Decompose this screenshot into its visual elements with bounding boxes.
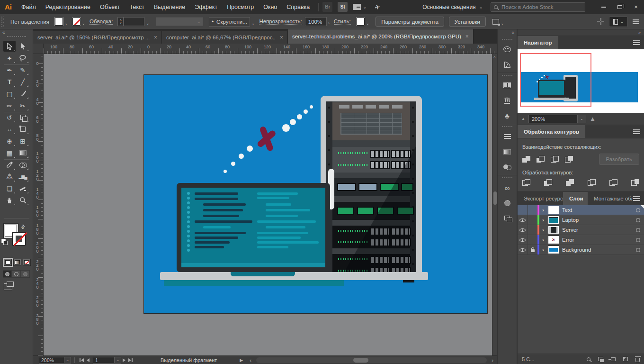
first-artboard-button[interactable] (80, 358, 84, 362)
horizontal-scrollbar[interactable] (256, 357, 487, 363)
lock-toggle[interactable] (528, 245, 537, 255)
zoom-dropdown-icon[interactable]: ⌄ (64, 357, 71, 364)
opacity-label[interactable]: Непрозрачность: (259, 18, 302, 25)
zoom-out-icon[interactable]: ▲ (521, 117, 525, 121)
swap-fill-stroke-icon[interactable]: ⇄ (19, 223, 27, 231)
layer-thumbnail[interactable] (548, 226, 559, 234)
collapse-dock-icon[interactable]: « (511, 30, 514, 35)
tool-symbol-sprayer[interactable]: ⁂ (3, 171, 16, 182)
next-artboard-button[interactable] (123, 358, 125, 362)
stock-search[interactable] (491, 2, 585, 12)
share-icon[interactable]: ✈ (374, 2, 381, 11)
tools-grip[interactable] (7, 36, 26, 38)
tab-close-icon[interactable]: × (154, 34, 157, 41)
brush-definition-dropdown[interactable]: • Скруглени... (209, 17, 250, 27)
menu-view[interactable]: Просмотр (222, 0, 259, 14)
tool-curvature[interactable]: ✎ (17, 64, 29, 75)
document-tab[interactable]: server_ai.ai* @ 150% (RGB/Предпросмотр .… (33, 31, 162, 44)
tab-close-icon[interactable]: × (280, 34, 283, 41)
style-swatch[interactable] (357, 18, 365, 26)
target-circle-icon[interactable] (632, 228, 644, 232)
swatches-icon[interactable] (502, 81, 512, 90)
tab-navigator[interactable]: Навигатор (518, 36, 558, 49)
tool-blend[interactable] (17, 159, 29, 170)
app-logo[interactable]: Ai (0, 3, 17, 11)
menu-type[interactable]: Текст (125, 0, 149, 14)
expand-chevron-icon[interactable]: › (539, 247, 547, 253)
layer-row[interactable]: › Text (518, 205, 644, 215)
pathfinder-merge-icon[interactable] (566, 179, 574, 186)
tool-lasso[interactable] (17, 53, 29, 64)
document-tab-active[interactable]: server-technical-problems_ai.ai* @ 200% … (288, 29, 474, 44)
brushes-icon[interactable] (502, 96, 512, 105)
touch-workspace-icon[interactable] (597, 18, 604, 25)
tab-asset-export[interactable]: Экспорт ресурсов (518, 192, 563, 205)
expand-chevron-icon[interactable]: › (539, 207, 547, 213)
artwork-error-x[interactable] (249, 119, 284, 157)
expand-chevron-icon[interactable]: › (539, 217, 547, 223)
stroke-label[interactable]: Обводка: (89, 18, 113, 25)
shape-mode-exclude-icon[interactable] (565, 156, 573, 163)
minimize-button[interactable] (596, 0, 612, 14)
layer-thumbnail[interactable]: ✕ (548, 236, 559, 244)
chevron-down-icon[interactable]: ⌄ (363, 5, 367, 9)
shape-mode-intersect-icon[interactable] (551, 156, 559, 163)
panel-grip[interactable] (1, 17, 6, 27)
workspace-switcher[interactable]: Основные сведения ⌄ (422, 4, 483, 10)
tool-scissors[interactable]: ✂ (17, 100, 29, 111)
document-tab[interactable]: computer_ai.ai* @ 66,67% (RGB/Предпрос..… (162, 31, 288, 44)
tool-type[interactable]: T (3, 76, 16, 87)
vertical-ruler[interactable]: 020406080100120140160180200220240260280 (33, 54, 44, 355)
shape-mode-minus-front-icon[interactable] (537, 156, 545, 163)
pathfinder-minus-back-icon[interactable] (631, 179, 639, 186)
pathfinder-divide-icon[interactable] (522, 179, 530, 186)
menu-window[interactable]: Окно (259, 0, 282, 14)
preferences-button[interactable]: Установки (449, 17, 486, 27)
layer-name[interactable]: Server (562, 227, 632, 233)
arrange-documents-icon[interactable] (353, 4, 361, 10)
layer-row[interactable]: › Laptop (518, 215, 644, 225)
pathfinder-outline-icon[interactable] (609, 179, 617, 186)
dashed-circle-icon[interactable] (502, 199, 512, 207)
expand-chevron-icon[interactable]: › (539, 227, 547, 233)
lock-toggle[interactable] (528, 225, 537, 235)
menu-file[interactable]: Файл (17, 0, 41, 14)
close-button[interactable]: × (628, 0, 644, 14)
chevron-down-icon[interactable]: ⌄ (501, 21, 504, 26)
menu-help[interactable]: Справка (282, 0, 314, 14)
panel-menu-icon[interactable] (633, 36, 644, 49)
layer-row[interactable]: › Server (518, 225, 644, 235)
bridge-button[interactable]: Br (322, 2, 332, 12)
tab-artboards[interactable]: Монтажные обла (588, 192, 633, 205)
target-circle-icon[interactable] (632, 208, 644, 212)
scroll-up-icon[interactable]: ˄ (493, 55, 496, 59)
document-setup-button[interactable]: Параметры документа (376, 17, 444, 27)
tool-selection[interactable] (3, 41, 16, 52)
tool-width[interactable]: ↔ (3, 124, 16, 135)
pathfinder-trim-icon[interactable] (544, 179, 552, 186)
tool-perspective-grid[interactable]: ⊞ (17, 136, 29, 146)
color-button[interactable] (4, 259, 12, 266)
expand-chevron-icon[interactable]: › (539, 237, 547, 243)
tab-close-icon[interactable]: × (465, 33, 469, 40)
menu-edit[interactable]: Редактирование (41, 0, 95, 14)
lock-toggle[interactable] (528, 235, 537, 245)
stroke-panel-icon[interactable] (502, 132, 512, 141)
tool-mesh[interactable]: ▦ (3, 147, 16, 158)
tab-layers[interactable]: Слои (563, 192, 588, 205)
fill-color-swatch[interactable] (55, 18, 63, 26)
tool-column-graph[interactable]: ▂▆▄ (17, 171, 29, 182)
clipping-mask-icon[interactable] (598, 357, 603, 361)
style-label[interactable]: Стиль: (334, 18, 351, 25)
default-fill-stroke-icon[interactable] (1, 239, 6, 243)
target-circle-icon[interactable] (632, 248, 644, 252)
chevron-down-icon[interactable]: ⌄ (146, 21, 150, 26)
status-flyout-icon[interactable]: ▶ (240, 358, 243, 363)
artwork-server-rack[interactable] (321, 96, 422, 279)
horizontal-ruler[interactable]: 1008060402002040608010012014016018020022… (33, 44, 497, 54)
stock-button[interactable]: St (338, 2, 348, 12)
menu-object[interactable]: Объект (95, 0, 125, 14)
collapse-panels-icon[interactable]: » (518, 29, 644, 36)
tool-scale[interactable] (17, 112, 29, 123)
tool-shaper[interactable]: ✏ (3, 100, 16, 111)
